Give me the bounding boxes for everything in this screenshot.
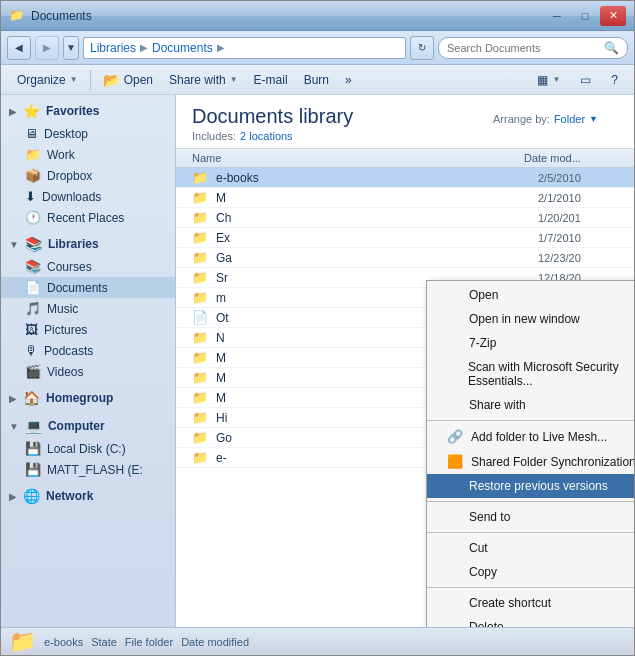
context-menu-item[interactable]: Delete <box>427 615 634 627</box>
ctx-item-label: Open <box>469 288 498 302</box>
share-arrow: ▼ <box>230 75 238 84</box>
ctx-item-label: Scan with Microsoft Security Essentials.… <box>468 360 634 388</box>
ctx-item-label: Restore previous versions <box>469 479 608 493</box>
file-icon: 📁 <box>192 210 208 225</box>
organize-button[interactable]: Organize ▼ <box>9 68 86 92</box>
col-date-header[interactable]: Date mod... <box>524 152 604 164</box>
computer-header[interactable]: ▼ 💻 Computer <box>1 414 175 438</box>
email-button[interactable]: E-mail <box>246 68 296 92</box>
table-row[interactable]: 📁 Ex 1/7/2010 <box>176 228 634 248</box>
context-menu-item[interactable]: Send to▶ <box>427 505 634 529</box>
breadcrumb-libraries[interactable]: Libraries <box>90 41 136 55</box>
locations-link[interactable]: 2 locations <box>240 130 293 142</box>
context-menu-item[interactable]: Create shortcut <box>427 591 634 615</box>
status-date-label: Date modified <box>181 636 249 648</box>
table-row[interactable]: 📁 e-books 2/5/2010 <box>176 168 634 188</box>
network-label: Network <box>46 489 93 503</box>
window-icon: 📁 <box>9 8 25 24</box>
status-name: e-books <box>44 636 83 648</box>
context-menu-separator <box>427 587 634 588</box>
file-name: e-books <box>216 171 530 185</box>
context-menu-item[interactable]: 🟧Shared Folder Synchronization▶ <box>427 449 634 474</box>
dropbox-icon: 📦 <box>25 168 41 183</box>
context-menu-item[interactable]: Scan with Microsoft Security Essentials.… <box>427 355 634 393</box>
arrange-arrow[interactable]: ▼ <box>589 114 598 124</box>
file-name: Ga <box>216 251 530 265</box>
network-header[interactable]: ▶ 🌐 Network <box>1 484 175 508</box>
sidebar-item-recent[interactable]: 🕐 Recent Places <box>1 207 175 228</box>
local-disk-icon: 💾 <box>25 441 41 456</box>
breadcrumb-documents[interactable]: Documents <box>152 41 213 55</box>
homegroup-header[interactable]: ▶ 🏠 Homegroup <box>1 386 175 410</box>
window-title: Documents <box>31 9 92 23</box>
close-button[interactable]: ✕ <box>600 6 626 26</box>
context-menu-item[interactable]: Open in new window <box>427 307 634 331</box>
col-name-header[interactable]: Name <box>192 152 524 164</box>
sidebar-scroll[interactable]: ▶ ⭐ Favorites 🖥 Desktop 📁 Work 📦 Dr <box>1 95 175 627</box>
file-name: Ex <box>216 231 530 245</box>
context-menu-item[interactable]: Restore previous versions <box>427 474 634 498</box>
favorites-chevron: ▶ <box>9 106 17 117</box>
views-button[interactable]: ▦ ▼ <box>529 68 568 92</box>
recent-locations-button[interactable]: ▼ <box>63 36 79 60</box>
toolbar: Organize ▼ 📂 Open Share with ▼ E-mail Bu… <box>1 65 634 95</box>
videos-icon: 🎬 <box>25 364 41 379</box>
context-menu-item[interactable]: Open <box>427 283 634 307</box>
context-menu-item[interactable]: 🔗Add folder to Live Mesh... <box>427 424 634 449</box>
context-menu-item[interactable]: 7-Zip▶ <box>427 331 634 355</box>
sidebar-item-documents[interactable]: 📄 Documents <box>1 277 175 298</box>
file-icon: 📁 <box>192 290 208 305</box>
toolbar-right: ▦ ▼ ▭ ? <box>529 68 626 92</box>
file-date: 1/7/2010 <box>538 232 618 244</box>
sidebar-item-podcasts[interactable]: 🎙 Podcasts <box>1 340 175 361</box>
main-window: 📁 Documents ─ □ ✕ ◀ ▶ ▼ Libraries ▶ Docu… <box>0 0 635 656</box>
libraries-label: Libraries <box>48 237 99 251</box>
file-icon: 📁 <box>192 370 208 385</box>
forward-button[interactable]: ▶ <box>35 36 59 60</box>
sidebar-item-music[interactable]: 🎵 Music <box>1 298 175 319</box>
context-menu-item[interactable]: Copy <box>427 560 634 584</box>
search-input[interactable] <box>447 42 600 54</box>
refresh-button[interactable]: ↻ <box>410 36 434 60</box>
sidebar-item-local-disk[interactable]: 💾 Local Disk (C:) <box>1 438 175 459</box>
sidebar-item-matt-flash[interactable]: 💾 MATT_FLASH (E: <box>1 459 175 480</box>
table-row[interactable]: 📁 M 2/1/2010 <box>176 188 634 208</box>
file-date: 2/5/2010 <box>538 172 618 184</box>
burn-button[interactable]: Burn <box>296 68 337 92</box>
share-button[interactable]: Share with ▼ <box>161 68 246 92</box>
breadcrumb[interactable]: Libraries ▶ Documents ▶ <box>83 37 406 59</box>
minimize-button[interactable]: ─ <box>544 6 570 26</box>
sidebar-item-courses[interactable]: 📚 Courses <box>1 256 175 277</box>
preview-button[interactable]: ▭ <box>572 68 599 92</box>
sidebar: ▶ ⭐ Favorites 🖥 Desktop 📁 Work 📦 Dr <box>1 95 176 627</box>
column-header: Name Date mod... <box>176 149 634 168</box>
favorites-label: Favorites <box>46 104 99 118</box>
context-menu-item[interactable]: Cut <box>427 536 634 560</box>
more-button[interactable]: » <box>337 68 360 92</box>
sidebar-item-work[interactable]: 📁 Work <box>1 144 175 165</box>
favorites-header[interactable]: ▶ ⭐ Favorites <box>1 99 175 123</box>
arrange-value[interactable]: Folder <box>554 113 585 125</box>
sidebar-item-downloads[interactable]: ⬇ Downloads <box>1 186 175 207</box>
status-bar: 📁 e-books State File folder Date modifie… <box>1 627 634 655</box>
toolbar-divider-1 <box>90 70 91 90</box>
sidebar-item-videos[interactable]: 🎬 Videos <box>1 361 175 382</box>
sidebar-item-desktop[interactable]: 🖥 Desktop <box>1 123 175 144</box>
table-row[interactable]: 📁 Ga 12/23/20 <box>176 248 634 268</box>
sidebar-item-pictures[interactable]: 🖼 Pictures <box>1 319 175 340</box>
table-row[interactable]: 📁 Ch 1/20/201 <box>176 208 634 228</box>
back-button[interactable]: ◀ <box>7 36 31 60</box>
podcasts-icon: 🎙 <box>25 343 38 358</box>
libraries-header[interactable]: ▼ 📚 Libraries <box>1 232 175 256</box>
help-button[interactable]: ? <box>603 68 626 92</box>
sidebar-item-dropbox[interactable]: 📦 Dropbox <box>1 165 175 186</box>
file-icon: 📁 <box>192 270 208 285</box>
desktop-icon: 🖥 <box>25 126 38 141</box>
open-button[interactable]: 📂 Open <box>95 68 161 92</box>
ctx-item-icon: 🟧 <box>447 454 463 469</box>
includes-label: Includes: <box>192 130 236 142</box>
downloads-icon: ⬇ <box>25 189 36 204</box>
file-date: 12/23/20 <box>538 252 618 264</box>
maximize-button[interactable]: □ <box>572 6 598 26</box>
context-menu-item[interactable]: Share with▶ <box>427 393 634 417</box>
